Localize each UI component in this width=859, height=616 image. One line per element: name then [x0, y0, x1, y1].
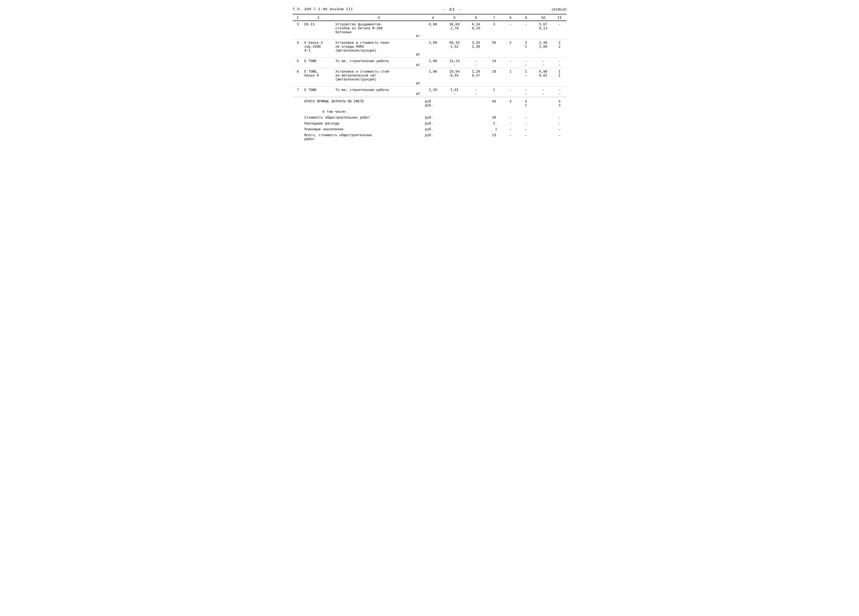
- subcost-unit: руб.: [423, 132, 442, 142]
- row-col6: I,280,47: [467, 68, 486, 87]
- row-col10: 5,070,I3: [534, 21, 553, 39]
- itogo-col9: 4I: [518, 97, 534, 109]
- row-col4: I,20: [423, 87, 442, 97]
- subcost-label: Плановые накопления: [303, 127, 423, 132]
- subcost-col8: –: [503, 132, 518, 142]
- subcost-col7: 2: [486, 120, 503, 127]
- subcost-row: Плановые накопленияруб.. I–––: [293, 127, 567, 132]
- vtomchisle-label: в том числе:: [303, 108, 567, 115]
- row-col7: I8: [486, 68, 503, 87]
- row-col7: 3: [486, 21, 503, 39]
- col-header-1: I: [293, 14, 303, 21]
- row-col9: –: [518, 21, 534, 39]
- subcost-col11: –: [553, 127, 566, 132]
- subcost-col9: –: [518, 115, 534, 120]
- doc-number: 24196-03: [551, 7, 566, 12]
- row-description: То же, строительные работыШТ: [334, 87, 423, 97]
- table-row: 6Е ТОЖЕ,Кальк 8Установка и стоимость сто…: [293, 68, 567, 87]
- row-num: 4: [293, 39, 303, 58]
- row-description: То же, строительные работыШТ: [334, 58, 423, 68]
- subcost-label: Стоимость общестроительных работ: [303, 115, 423, 120]
- itogo-unit: рубруб.: [423, 97, 442, 109]
- col-header-10: IO: [534, 14, 553, 21]
- page-header: Т.П. 289-7-I.90 Альбом III - 6I - 24196-…: [293, 7, 567, 12]
- col-header-6: 6: [467, 14, 486, 21]
- row-col6: ––: [467, 87, 486, 97]
- row-num: 7: [293, 87, 303, 97]
- row-code: Е ТОЖЕ: [303, 58, 334, 68]
- vtomchisle-row: в том числе:: [293, 108, 567, 115]
- row-col5: I8,040,55: [442, 68, 467, 87]
- table-row: 5Е ТОЖЕТо же, строительные работыШТI,00I…: [293, 58, 567, 68]
- row-col6: 3,53I,30: [467, 39, 486, 58]
- subcost-col7: 23: [486, 132, 503, 142]
- row-col11: –: [553, 21, 566, 39]
- subcost-col9: –: [518, 120, 534, 127]
- col-header-2: 2: [303, 14, 334, 21]
- subcost-col9: –: [518, 132, 534, 142]
- row-description: Устройство фундаментов-столбов из бетона…: [334, 21, 423, 39]
- col-header-3: 3: [334, 14, 423, 21]
- subcost-unit: руб.: [423, 120, 442, 127]
- row-col5: I,OI–: [442, 87, 467, 97]
- row-col9: 3I: [518, 39, 534, 58]
- table-row: 7Е ТОЖЕТо же, строительные работыШТI,20I…: [293, 87, 567, 97]
- row-col7: 56: [486, 39, 503, 58]
- row-code: Е6-I3: [303, 21, 334, 39]
- subcost-unit: руб.: [423, 127, 442, 132]
- subcost-col11: –: [553, 115, 566, 120]
- row-col11: ––: [553, 58, 566, 68]
- col-header-row: I 2 3 4 5 6 7 8 9 IO II: [293, 14, 567, 21]
- itogo-row: ИТОГО ПРЯМЫЕ ЗАТРАТЫ ПО СМЕТЕрубруб.9434…: [293, 97, 567, 109]
- col-header-5: 5: [442, 14, 467, 21]
- subcost-col8: –: [503, 120, 518, 127]
- subcost-col8: –: [503, 115, 518, 120]
- row-col6: ––: [467, 58, 486, 68]
- row-col11: 22: [553, 39, 566, 58]
- subcost-unit: руб.: [423, 115, 442, 120]
- row-col4: I,00: [423, 68, 442, 87]
- row-col9: ––: [518, 58, 534, 68]
- itogo-col8: 3: [503, 97, 518, 109]
- row-code: Е ТОЖЕ,Кальк 8: [303, 68, 334, 87]
- row-col5: 36,032,78: [442, 21, 467, 39]
- row-num: 6: [293, 68, 303, 87]
- subcost-label: Всего, стоимость общестроительныхработ: [303, 132, 423, 142]
- row-col9: ––: [518, 87, 534, 97]
- subcost-col8: –: [503, 127, 518, 132]
- subcost-label: Накладные расходы: [303, 120, 423, 127]
- row-col4: 0,08: [423, 21, 442, 39]
- row-col9: I–: [518, 68, 534, 87]
- itogo-col7: 94: [486, 97, 503, 109]
- subcost-row: Стоимость общестроительных работруб.20––…: [293, 115, 567, 120]
- row-col8: –: [503, 21, 518, 39]
- row-col8: –: [503, 87, 518, 97]
- subcost-col9: –: [518, 127, 534, 132]
- col-header-8: 8: [503, 14, 518, 21]
- row-num: 3: [293, 21, 303, 39]
- row-description: Установка и стоимость стой-ки металличес…: [334, 68, 423, 87]
- row-code: Е ТОЖЕ: [303, 87, 334, 97]
- table-row: 3Е6-I3Устройство фундаментов-столбов из …: [293, 21, 567, 39]
- itogo-label: ИТОГО ПРЯМЫЕ ЗАТРАТЫ ПО СМЕТЕ: [303, 97, 423, 109]
- row-col11: ––: [553, 87, 566, 97]
- subcost-col7: . I: [486, 127, 503, 132]
- row-col10: ––: [534, 87, 553, 97]
- row-col5: 56,43I,52: [442, 39, 467, 58]
- subcost-row: Накладные расходыруб.2–––: [293, 120, 567, 127]
- col-header-4: 4: [423, 14, 442, 21]
- row-col8: –: [503, 58, 518, 68]
- row-col7: I4: [486, 58, 503, 68]
- row-col8: I: [503, 68, 518, 87]
- col-header-11: II: [553, 14, 566, 21]
- row-col7: I: [486, 87, 503, 97]
- subcost-col11: –: [553, 120, 566, 127]
- page-number: - 6I -: [443, 7, 461, 12]
- row-col8: 2: [503, 39, 518, 58]
- row-code: Е Кальк.2сер.33009-I: [303, 39, 334, 58]
- row-description: Установка и стоимость пане-ли ограды ПОМ…: [334, 39, 423, 58]
- row-col11: II: [553, 68, 566, 87]
- row-col4: I,00: [423, 39, 442, 58]
- row-col5: I4,23–: [442, 58, 467, 68]
- row-col4: I,00: [423, 58, 442, 68]
